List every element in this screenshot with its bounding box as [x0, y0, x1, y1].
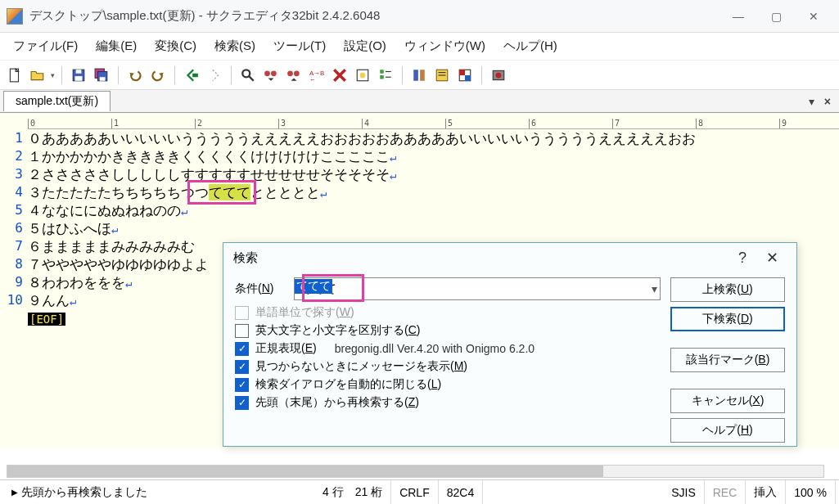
tabbar: sample.txt(更新) ▾ × [0, 90, 839, 113]
status-eol: CRLF [391, 480, 439, 504]
horizontal-scrollbar[interactable] [7, 465, 824, 478]
menu-setting[interactable]: 設定(O) [337, 35, 393, 57]
checkbox-icon[interactable]: ✓ [235, 396, 249, 410]
status-rec: REC [705, 480, 747, 504]
grep-icon[interactable] [353, 65, 372, 85]
checkbox-icon[interactable] [235, 324, 249, 338]
search-down-button[interactable]: 下検索(D) [670, 307, 785, 331]
regex-checkbox[interactable]: ✓ 正規表現(E) bregonig.dll Ver.4.20 with Oni… [235, 341, 661, 356]
find-icon[interactable] [238, 65, 258, 85]
text-line: ３たたたたたちちちちちつつてててととととと↵ [28, 183, 839, 201]
cancel-button[interactable]: キャンセル(X) [670, 389, 785, 413]
svg-rect-25 [420, 70, 425, 81]
outline-icon[interactable] [376, 65, 395, 85]
color-setting-icon[interactable] [455, 65, 475, 85]
dialog-title: 検索 [233, 250, 728, 266]
crlf-icon: ↵ [125, 277, 132, 290]
svg-point-19 [360, 72, 366, 78]
menu-file[interactable]: ファイル(F) [7, 35, 84, 57]
status-zoom: 100 % [786, 480, 836, 504]
record-macro-icon[interactable] [489, 65, 508, 85]
open-file-icon[interactable] [28, 65, 47, 85]
crlf-icon: ↵ [390, 151, 396, 164]
forward-dotted-icon[interactable] [205, 65, 224, 85]
common-setting-icon[interactable] [432, 65, 452, 85]
titlebar: デスクトップ\sample.txt(更新) - サクラエディタ32bit 2.4… [0, 0, 839, 33]
svg-rect-30 [459, 70, 465, 75]
line-number: 9 [0, 273, 23, 291]
crlf-icon: ↵ [181, 205, 187, 218]
svg-rect-6 [100, 77, 106, 81]
tab-close-icon[interactable]: × [819, 95, 836, 108]
line-number: 10 [0, 291, 23, 309]
window-title: デスクトップ\sample.txt(更新) - サクラエディタ32bit 2.4… [29, 8, 719, 24]
line-number: 3 [0, 165, 23, 183]
crlf-icon: ↵ [320, 187, 327, 200]
line-number: 5 [0, 201, 23, 219]
redo-icon[interactable] [148, 65, 168, 85]
checkbox-icon[interactable]: ✓ [235, 360, 249, 374]
checkbox-icon[interactable]: ✓ [235, 342, 249, 356]
menu-edit[interactable]: 編集(E) [89, 35, 143, 57]
search-dialog: 検索 ? ✕ 条件(N) ててて ▾ 単語単位で探す(W) 英大文字と小文字を区… [223, 242, 797, 447]
svg-point-33 [496, 72, 502, 78]
case-sensitive-checkbox[interactable]: 英大文字と小文字を区別する(C) [235, 323, 661, 338]
svg-point-8 [242, 70, 250, 77]
checkbox-icon[interactable]: ✓ [235, 378, 249, 392]
line-number: 4 [0, 183, 23, 201]
find-next-icon[interactable] [284, 65, 304, 85]
type-icon[interactable] [409, 65, 429, 85]
dialog-close-icon[interactable]: ✕ [757, 249, 787, 267]
status-insert-mode: 挿入 [746, 480, 786, 504]
status-encoding: SJIS [663, 480, 705, 504]
dialog-titlebar: 検索 ? ✕ [223, 243, 796, 272]
status-message: ▶先頭から再検索しました [3, 480, 314, 504]
saveall-icon[interactable] [92, 65, 111, 85]
back-icon[interactable] [182, 65, 201, 85]
file-tab[interactable]: sample.txt(更新) [3, 91, 111, 111]
menu-tool[interactable]: ツール(T) [267, 35, 332, 57]
line-number: 6 [0, 219, 23, 237]
menu-convert[interactable]: 変換(C) [148, 35, 203, 57]
search-up-button[interactable]: 上検索(U) [670, 277, 785, 302]
autoclose-checkbox[interactable]: ✓ 検索ダイアログを自動的に閉じる(L) [235, 377, 661, 392]
text-line: ０あああああいいいいいうううううえええええおおおおおあああああいいいいいうううう… [28, 129, 839, 147]
search-highlight: ててて [209, 184, 250, 200]
svg-rect-20 [380, 70, 384, 74]
line-number: 1 [0, 129, 23, 147]
notfound-message-checkbox[interactable]: ✓ 見つからないときにメッセージを表示(M) [235, 359, 661, 374]
chevron-down-icon[interactable]: ▾ [652, 282, 657, 295]
toolbar: ▾ A→B← [0, 61, 839, 90]
search-condition-input[interactable] [294, 277, 661, 300]
find-prev-icon[interactable] [261, 65, 281, 85]
svg-rect-3 [75, 76, 83, 81]
cancel-find-icon[interactable] [330, 65, 350, 85]
menu-window[interactable]: ウィンドウ(W) [398, 35, 492, 57]
menubar: ファイル(F) 編集(E) 変換(C) 検索(S) ツール(T) 設定(O) ウ… [0, 33, 839, 61]
undo-icon[interactable] [125, 65, 145, 85]
svg-point-12 [287, 70, 293, 76]
wrap-search-checkbox[interactable]: ✓ 先頭（末尾）から再検索する(Z) [235, 395, 661, 410]
tab-dropdown-icon[interactable]: ▾ [804, 95, 819, 108]
help-button[interactable]: ヘルプ(H) [670, 418, 785, 443]
menu-help[interactable]: ヘルプ(H) [497, 35, 564, 57]
svg-rect-7 [192, 73, 198, 77]
line-number: 7 [0, 237, 23, 255]
save-icon[interactable] [69, 65, 88, 85]
replace-icon[interactable]: A→B← [307, 65, 327, 85]
svg-point-10 [264, 70, 270, 76]
text-line: ４ななににぬぬねねのの↵ [28, 201, 839, 219]
dialog-help-icon[interactable]: ? [728, 250, 757, 267]
condition-label: 条件(N) [235, 281, 294, 296]
maximize-button[interactable]: ▢ [757, 3, 795, 29]
new-file-icon[interactable] [5, 65, 25, 85]
minimize-button[interactable]: — [719, 3, 757, 29]
mark-line-button[interactable]: 該当行マーク(B) [670, 348, 785, 372]
checkbox-icon [235, 306, 249, 320]
close-button[interactable]: ✕ [795, 3, 832, 29]
svg-rect-24 [413, 70, 418, 81]
scrollbar-thumb[interactable] [7, 466, 603, 477]
status-position: 4 行 21 桁 [314, 480, 391, 504]
menu-search[interactable]: 検索(S) [208, 35, 262, 57]
search-condition-combo[interactable]: ててて ▾ [294, 277, 661, 300]
